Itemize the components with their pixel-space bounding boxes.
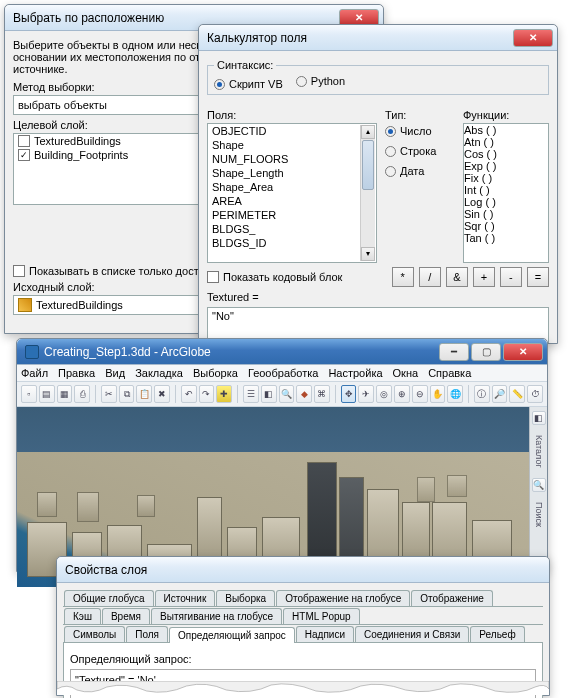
close-icon[interactable]: ✕	[513, 29, 553, 47]
zoom-out-icon[interactable]: ⊖	[412, 385, 428, 403]
tab-elevation[interactable]: Рельеф	[470, 626, 524, 642]
field-item[interactable]: Shape_Length	[208, 166, 376, 180]
field-item[interactable]: AREA	[208, 194, 376, 208]
menu-windows[interactable]: Окна	[393, 367, 419, 379]
field-item[interactable]: OBJECTID	[208, 124, 376, 138]
target-icon[interactable]: ◎	[376, 385, 392, 403]
syntax-python-radio[interactable]: Python	[296, 75, 345, 87]
tab-joins[interactable]: Соединения и Связи	[355, 626, 469, 642]
field-item[interactable]: BLDGS_ID	[208, 236, 376, 250]
catalog-tab[interactable]: Каталог	[533, 431, 545, 472]
tab-cache[interactable]: Кэш	[64, 608, 101, 624]
function-item[interactable]: Int ( )	[464, 184, 548, 196]
checkbox-icon[interactable]: ✓	[18, 149, 30, 161]
tab-display[interactable]: Отображение	[411, 590, 493, 606]
function-item[interactable]: Fix ( )	[464, 172, 548, 184]
field-item[interactable]: BLDGS_	[208, 222, 376, 236]
field-item[interactable]: PERIMETER	[208, 208, 376, 222]
fieldcalc-title: Калькулятор поля	[207, 31, 511, 45]
zoom-in-icon[interactable]: ⊕	[394, 385, 410, 403]
menu-view[interactable]: Вид	[105, 367, 125, 379]
syntax-vb-radio[interactable]: Скрипт VB	[214, 78, 283, 90]
checkbox-icon[interactable]	[13, 265, 25, 277]
copy-icon[interactable]: ⧉	[119, 385, 135, 403]
tab-fields[interactable]: Поля	[126, 626, 168, 642]
search-tab[interactable]: Поиск	[533, 498, 545, 531]
function-item[interactable]: Cos ( )	[464, 148, 548, 160]
op-multiply-button[interactable]: *	[392, 267, 414, 287]
tab-symbology[interactable]: Символы	[64, 626, 125, 642]
checkbox-icon[interactable]	[18, 135, 30, 147]
field-item[interactable]: Shape_Area	[208, 180, 376, 194]
print-icon[interactable]: ⎙	[74, 385, 90, 403]
tab-extrusion[interactable]: Вытягивание на глобусе	[151, 608, 282, 624]
tab-labels[interactable]: Надписи	[296, 626, 354, 642]
minimize-icon[interactable]: ━	[439, 343, 469, 361]
save-icon[interactable]: ▦	[57, 385, 73, 403]
undo-icon[interactable]: ↶	[181, 385, 197, 403]
functions-listbox[interactable]: Abs ( ) Atn ( ) Cos ( ) Exp ( ) Fix ( ) …	[463, 123, 549, 263]
menu-bookmark[interactable]: Закладка	[135, 367, 183, 379]
python-icon[interactable]: ⌘	[314, 385, 330, 403]
paste-icon[interactable]: 📋	[136, 385, 152, 403]
tab-general[interactable]: Общие глобуса	[64, 590, 154, 606]
tab-definition-query[interactable]: Определяющий запрос	[169, 627, 295, 643]
identify-icon[interactable]: ⓘ	[474, 385, 490, 403]
menu-settings[interactable]: Настройка	[328, 367, 382, 379]
close-icon[interactable]: ✕	[503, 343, 543, 361]
scroll-thumb[interactable]	[362, 140, 374, 190]
op-equals-button[interactable]: =	[527, 267, 549, 287]
cut-icon[interactable]: ✂	[101, 385, 117, 403]
menu-geoprocessing[interactable]: Геообработка	[248, 367, 319, 379]
menu-edit[interactable]: Правка	[58, 367, 95, 379]
time-icon[interactable]: ⏱	[527, 385, 543, 403]
op-minus-button[interactable]: -	[500, 267, 522, 287]
type-number-radio[interactable]: Число	[385, 125, 445, 137]
navigate-icon[interactable]: ✥	[341, 385, 357, 403]
tab-source[interactable]: Источник	[155, 590, 216, 606]
find-icon[interactable]: 🔎	[492, 385, 508, 403]
function-item[interactable]: Sqr ( )	[464, 220, 548, 232]
redo-icon[interactable]: ↷	[199, 385, 215, 403]
measure-icon[interactable]: 📏	[509, 385, 525, 403]
search-tab-icon[interactable]: 🔍	[532, 478, 546, 492]
toc-icon[interactable]: ☰	[243, 385, 259, 403]
op-plus-button[interactable]: +	[473, 267, 495, 287]
menu-help[interactable]: Справка	[428, 367, 471, 379]
open-icon[interactable]: ▤	[39, 385, 55, 403]
op-divide-button[interactable]: /	[419, 267, 441, 287]
function-item[interactable]: Sin ( )	[464, 208, 548, 220]
function-item[interactable]: Abs ( )	[464, 124, 548, 136]
tab-globe-display[interactable]: Отображение на глобусе	[276, 590, 410, 606]
menu-file[interactable]: Файл	[21, 367, 48, 379]
menu-selection[interactable]: Выборка	[193, 367, 238, 379]
maximize-icon[interactable]: ▢	[471, 343, 501, 361]
add-data-icon[interactable]: ✚	[216, 385, 232, 403]
tab-time[interactable]: Время	[102, 608, 150, 624]
toolbox-icon[interactable]: ◆	[296, 385, 312, 403]
function-item[interactable]: Log ( )	[464, 196, 548, 208]
pan-icon[interactable]: ✋	[430, 385, 446, 403]
search-icon[interactable]: 🔍	[279, 385, 295, 403]
delete-icon[interactable]: ✖	[154, 385, 170, 403]
full-extent-icon[interactable]: 🌐	[447, 385, 463, 403]
scroll-down-icon[interactable]: ▾	[361, 247, 375, 261]
function-item[interactable]: Exp ( )	[464, 160, 548, 172]
scroll-up-icon[interactable]: ▴	[361, 125, 375, 139]
checkbox-icon[interactable]	[207, 271, 219, 283]
field-item[interactable]: NUM_FLOORS	[208, 152, 376, 166]
tab-selection[interactable]: Выборка	[216, 590, 275, 606]
type-string-radio[interactable]: Строка	[385, 145, 445, 157]
tab-htmlpopup[interactable]: HTML Popup	[283, 608, 360, 624]
catalog-icon[interactable]: ◧	[261, 385, 277, 403]
function-item[interactable]: Atn ( )	[464, 136, 548, 148]
scrollbar[interactable]: ▴ ▾	[360, 125, 375, 261]
op-concat-button[interactable]: &	[446, 267, 468, 287]
fly-icon[interactable]: ✈	[358, 385, 374, 403]
fields-listbox[interactable]: OBJECTID Shape NUM_FLOORS Shape_Length S…	[207, 123, 377, 263]
catalog-tab-icon[interactable]: ◧	[532, 411, 546, 425]
type-date-radio[interactable]: Дата	[385, 165, 445, 177]
new-icon[interactable]: ▫	[21, 385, 37, 403]
function-item[interactable]: Tan ( )	[464, 232, 548, 244]
field-item[interactable]: Shape	[208, 138, 376, 152]
